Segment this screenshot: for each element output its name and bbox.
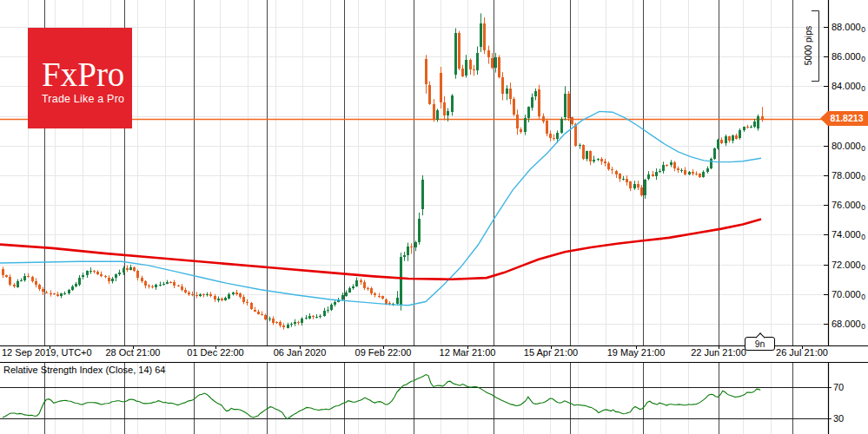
time-axis-label: 12 Sep 2019, UTC+0 — [2, 347, 92, 358]
time-axis-label: 28 Oct 21:00 — [106, 347, 161, 358]
time-axis-label: 26 Jul 21:00 — [776, 347, 828, 358]
price-axis-label: 86.0000 — [832, 50, 865, 63]
current-price-badge: 81.8213 — [820, 111, 868, 126]
time-axis-label: 19 May 21:00 — [607, 347, 666, 358]
price-axis-label: 72.0000 — [832, 259, 865, 272]
rsi-line[interactable] — [3, 375, 760, 419]
price-axis-label: 78.0000 — [832, 169, 865, 182]
time-axis-label: 01 Dec 22:00 — [187, 347, 243, 358]
pips-measurement-label: 5000 pips — [803, 10, 814, 82]
candle-countdown-badge[interactable]: 9h — [745, 337, 775, 351]
rsi-indicator-label[interactable]: Relative Strength Index (Close, 14) 64 — [3, 365, 166, 375]
time-axis-label: 09 Feb 22:00 — [355, 347, 412, 358]
time-axis-label: 06 Jan 2020 — [274, 347, 327, 358]
time-axis-label: 12 Mar 21:00 — [440, 347, 496, 358]
trading-chart-window: 88.000086.000084.000080.000078.000076.00… — [0, 0, 868, 434]
price-axis-label: 80.0000 — [832, 140, 865, 153]
time-axis-label: 15 Apr 21:00 — [524, 347, 578, 358]
fxpro-logo-tagline: Trade Like a Pro — [42, 93, 132, 105]
fxpro-logo-wordmark: FxPro — [42, 59, 132, 90]
fxpro-logo: FxPro Trade Like a Pro — [28, 28, 132, 128]
price-axis-label: 84.0000 — [832, 80, 865, 93]
price-axis-label: 68.0000 — [832, 318, 865, 331]
rsi-level-label: 30 — [833, 413, 844, 424]
price-axis-label: 76.0000 — [832, 199, 865, 212]
price-axis-label: 74.0000 — [832, 228, 865, 241]
price-axis-label: 70.0000 — [832, 288, 865, 301]
time-axis-label: 22 Jun 21:00 — [691, 347, 746, 358]
ma-slow-line[interactable] — [0, 220, 761, 279]
rsi-level-label: 70 — [833, 382, 844, 393]
price-axis-label: 88.0000 — [832, 21, 865, 34]
